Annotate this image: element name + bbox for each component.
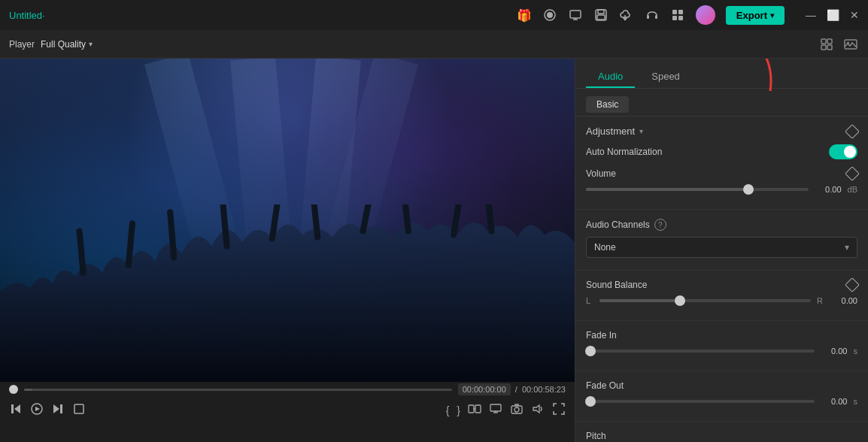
minimize-button[interactable]: — bbox=[806, 9, 816, 21]
cloud-icon[interactable] bbox=[619, 8, 634, 23]
sound-balance-slider-row: L R 0.00 bbox=[586, 296, 857, 305]
dropdown-chevron: ▾ bbox=[845, 242, 849, 253]
snapshot-icon[interactable] bbox=[510, 402, 524, 419]
avatar[interactable] bbox=[696, 5, 715, 25]
export-button[interactable]: Export ▾ bbox=[726, 6, 785, 25]
svg-rect-39 bbox=[475, 405, 481, 413]
quality-selector[interactable]: Full Quality ▾ bbox=[41, 39, 93, 50]
balance-value: 0.00 bbox=[830, 296, 857, 305]
pitch-label: Pitch bbox=[586, 431, 606, 441]
svg-marker-35 bbox=[53, 404, 59, 413]
fade-out-row: Fade Out bbox=[586, 380, 857, 391]
adjustment-chevron: ▾ bbox=[639, 127, 643, 135]
transport-left bbox=[9, 402, 86, 419]
audio-channels-dropdown[interactable]: None ▾ bbox=[586, 237, 857, 258]
monitor-output-icon[interactable] bbox=[489, 402, 502, 419]
svg-rect-41 bbox=[490, 404, 501, 411]
export-chevron: ▾ bbox=[770, 11, 774, 20]
volume-keyframe-icon[interactable] bbox=[845, 166, 860, 181]
transport-right: { } bbox=[446, 402, 566, 419]
svg-rect-12 bbox=[678, 10, 683, 14]
out-point-icon[interactable]: } bbox=[457, 404, 460, 416]
fullscreen-icon[interactable] bbox=[552, 402, 566, 419]
player-bar: Player Full Quality ▾ bbox=[0, 30, 868, 59]
quality-chevron: ▾ bbox=[89, 40, 93, 48]
adjustment-keyframe-icon[interactable] bbox=[845, 124, 860, 139]
insert-icon[interactable] bbox=[468, 402, 481, 419]
skip-back-icon[interactable] bbox=[9, 402, 23, 419]
svg-rect-2 bbox=[570, 11, 581, 18]
svg-line-21 bbox=[80, 231, 83, 272]
fade-out-value: 0.00 bbox=[821, 397, 848, 406]
adjustment-header: Adjustment ▾ bbox=[586, 126, 857, 137]
sound-balance-keyframe-icon[interactable] bbox=[845, 277, 860, 292]
balance-thumb[interactable] bbox=[675, 295, 685, 306]
save-icon[interactable] bbox=[593, 8, 609, 23]
sound-balance-slider[interactable] bbox=[599, 299, 811, 302]
volume-slider-row: 0.00 dB bbox=[586, 185, 857, 194]
play-icon[interactable] bbox=[30, 402, 44, 419]
gift-icon[interactable]: 🎁 bbox=[517, 8, 532, 23]
fade-in-slider-row: 0.00 s bbox=[586, 347, 857, 356]
audio-channels-value: None bbox=[594, 242, 616, 253]
current-time: 00:00:00:00 bbox=[458, 383, 511, 395]
volume-thumb[interactable] bbox=[743, 184, 754, 195]
image-view-icon[interactable] bbox=[842, 36, 859, 53]
volume-slider[interactable] bbox=[586, 188, 809, 191]
audio-channels-help-icon[interactable]: ? bbox=[654, 219, 666, 231]
svg-rect-9 bbox=[647, 15, 649, 19]
total-time: 00:00:58:23 bbox=[522, 385, 566, 394]
close-button[interactable]: ✕ bbox=[850, 9, 859, 21]
svg-rect-13 bbox=[672, 16, 677, 20]
progress-bar-container: 00:00:00:00 / 00:00:58:23 bbox=[0, 382, 575, 397]
svg-line-28 bbox=[405, 204, 408, 231]
progress-track[interactable] bbox=[24, 389, 452, 391]
tab-audio[interactable]: Audio bbox=[586, 66, 635, 88]
pitch-section: Pitch bbox=[575, 422, 868, 442]
stop-icon[interactable] bbox=[72, 402, 86, 419]
subtab-basic[interactable]: Basic bbox=[586, 96, 629, 113]
volume-row: Volume bbox=[586, 168, 857, 179]
fade-in-slider[interactable] bbox=[586, 350, 815, 353]
fade-in-label: Fade In bbox=[586, 330, 617, 341]
fade-in-section: Fade In 0.00 s bbox=[575, 321, 868, 371]
svg-rect-6 bbox=[598, 10, 604, 14]
auto-normalization-row: Auto Normalization bbox=[586, 144, 857, 159]
svg-rect-32 bbox=[11, 404, 14, 413]
record-icon[interactable] bbox=[542, 8, 557, 23]
fade-in-thumb[interactable] bbox=[585, 346, 596, 356]
svg-rect-11 bbox=[672, 10, 677, 14]
title-area: Untitled· bbox=[9, 10, 45, 21]
player-right bbox=[818, 36, 859, 53]
fade-out-thumb[interactable] bbox=[585, 396, 596, 407]
volume-icon[interactable] bbox=[531, 402, 545, 419]
fade-out-section: Fade Out 0.00 s bbox=[575, 371, 868, 422]
tab-speed[interactable]: Speed bbox=[639, 66, 692, 88]
window-controls: — ⬜ ✕ bbox=[806, 9, 859, 21]
audio-channels-label: Audio Channels bbox=[586, 219, 650, 230]
playhead-indicator[interactable] bbox=[9, 385, 18, 394]
headset-icon[interactable] bbox=[645, 8, 660, 23]
svg-point-20 bbox=[847, 41, 849, 44]
auto-normalization-toggle[interactable] bbox=[829, 144, 857, 159]
monitor-icon[interactable] bbox=[568, 8, 583, 23]
play-next-icon[interactable] bbox=[51, 402, 65, 419]
player-left: Player Full Quality ▾ bbox=[9, 39, 93, 50]
svg-line-27 bbox=[363, 204, 371, 231]
fade-out-slider[interactable] bbox=[586, 400, 815, 403]
video-area: 00:00:00:00 / 00:00:58:23 bbox=[0, 59, 575, 442]
right-panel: Audio Speed Basic Adjustment ▾ Auto Norm… bbox=[575, 59, 868, 442]
fade-in-unit: s bbox=[854, 347, 858, 356]
apps-grid-icon[interactable] bbox=[670, 8, 685, 23]
balance-left-label: L bbox=[586, 296, 593, 305]
quality-label: Full Quality bbox=[41, 39, 86, 50]
grid-view-icon[interactable] bbox=[818, 36, 835, 53]
svg-marker-46 bbox=[533, 405, 539, 413]
sound-balance-row: Sound Balance bbox=[586, 280, 857, 290]
timeline-area: 00:00:00:00 / 00:00:58:23 bbox=[0, 382, 575, 442]
maximize-button[interactable]: ⬜ bbox=[827, 9, 839, 21]
audio-channels-dropdown-row: None ▾ bbox=[586, 237, 857, 258]
svg-line-24 bbox=[223, 204, 227, 246]
svg-line-29 bbox=[454, 204, 460, 235]
in-point-icon[interactable]: { bbox=[446, 404, 450, 416]
